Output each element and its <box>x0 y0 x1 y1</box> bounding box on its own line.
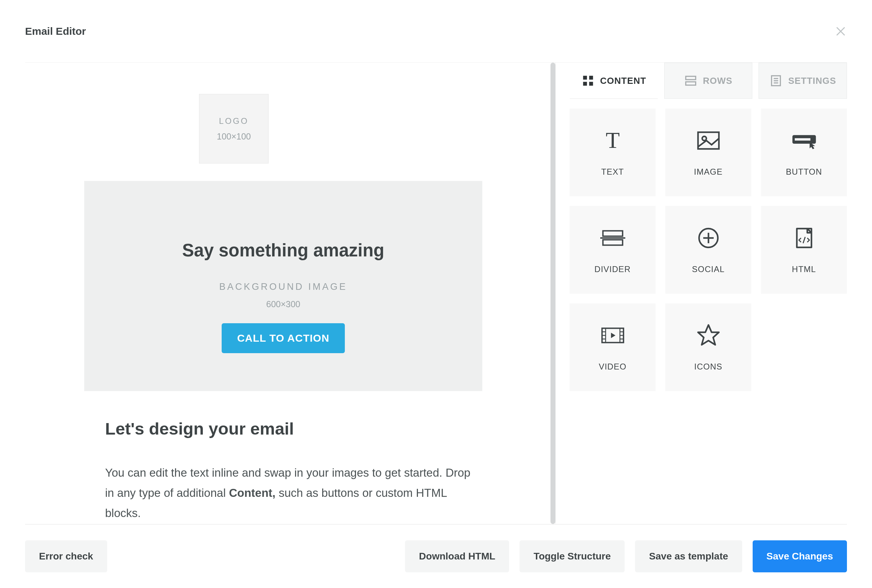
svg-point-12 <box>702 136 706 141</box>
hero-headline[interactable]: Say something amazing <box>182 240 384 261</box>
canvas-scrollbar[interactable] <box>551 63 555 524</box>
svg-line-21 <box>803 237 805 243</box>
svg-rect-4 <box>686 76 696 80</box>
svg-marker-32 <box>698 325 719 345</box>
video-icon <box>600 323 625 348</box>
logo-placeholder[interactable]: LOGO 100×100 <box>199 94 269 164</box>
block-image[interactable]: IMAGE <box>665 108 751 196</box>
block-divider[interactable]: DIVIDER <box>570 206 656 294</box>
tab-settings[interactable]: SETTINGS <box>759 63 847 99</box>
block-html-label: HTML <box>792 264 816 274</box>
download-html-button[interactable]: Download HTML <box>405 540 509 572</box>
block-social[interactable]: SOCIAL <box>665 206 751 294</box>
save-template-button[interactable]: Save as template <box>635 540 742 572</box>
tab-rows-label: ROWS <box>703 75 732 86</box>
section-heading[interactable]: Let's design your email <box>105 419 482 438</box>
cta-button[interactable]: CALL TO ACTION <box>222 323 344 353</box>
block-icons[interactable]: ICONS <box>665 303 751 391</box>
sidebar-tabs: CONTENT ROWS SETTINGS <box>570 63 847 99</box>
button-icon <box>792 128 816 153</box>
svg-rect-5 <box>686 82 696 85</box>
tab-settings-label: SETTINGS <box>788 75 836 86</box>
body-bold: Content, <box>229 486 276 499</box>
grid-icon <box>581 74 595 87</box>
app-title: Email Editor <box>25 26 86 37</box>
sidebar: CONTENT ROWS SETTINGS T TEXT <box>555 63 847 524</box>
text-icon: T <box>600 128 625 153</box>
hero-dimensions: 600×300 <box>266 299 300 309</box>
footer: Error check Download HTML Toggle Structu… <box>25 524 847 588</box>
section-body[interactable]: You can edit the text inline and swap in… <box>105 463 481 523</box>
hero-block[interactable]: Say something amazing BACKGROUND IMAGE 6… <box>84 181 482 391</box>
block-video[interactable]: VIDEO <box>570 303 656 391</box>
svg-text:T: T <box>605 128 619 153</box>
block-text-label: TEXT <box>601 167 624 177</box>
logo-label: LOGO <box>219 116 248 126</box>
svg-rect-1 <box>589 76 593 80</box>
header: Email Editor <box>25 0 847 63</box>
block-icons-label: ICONS <box>694 362 722 372</box>
logo-dimensions: 100×100 <box>217 132 251 142</box>
svg-rect-0 <box>583 76 587 80</box>
toggle-structure-button[interactable]: Toggle Structure <box>519 540 624 572</box>
close-button[interactable] <box>834 25 847 38</box>
svg-rect-16 <box>603 240 623 245</box>
svg-rect-2 <box>583 82 587 86</box>
block-image-label: IMAGE <box>694 167 722 177</box>
svg-marker-31 <box>611 333 615 338</box>
image-icon <box>696 128 721 153</box>
hero-bg-label: BACKGROUND IMAGE <box>219 282 347 292</box>
svg-rect-15 <box>603 231 623 236</box>
block-button-label: BUTTON <box>786 167 822 177</box>
error-check-button[interactable]: Error check <box>25 540 107 572</box>
svg-rect-3 <box>589 82 593 86</box>
close-icon <box>834 25 847 38</box>
block-text[interactable]: T TEXT <box>570 108 656 196</box>
tab-content[interactable]: CONTENT <box>570 63 658 99</box>
block-html[interactable]: HTML <box>761 206 847 294</box>
block-video-label: VIDEO <box>599 362 627 372</box>
email-canvas[interactable]: LOGO 100×100 Say something amazing BACKG… <box>25 63 555 524</box>
divider-icon <box>600 225 625 250</box>
tab-content-label: CONTENT <box>600 75 647 86</box>
html-icon <box>792 225 816 250</box>
svg-rect-14 <box>795 138 810 141</box>
content-blocks: T TEXT IMAGE BUTTON DIVIDER SO <box>570 99 847 391</box>
social-icon <box>696 225 721 250</box>
tab-rows[interactable]: ROWS <box>664 63 753 99</box>
save-changes-button[interactable]: Save Changes <box>753 540 847 572</box>
page-icon <box>769 74 783 87</box>
block-divider-label: DIVIDER <box>594 264 630 274</box>
block-button[interactable]: BUTTON <box>761 108 847 196</box>
block-social-label: SOCIAL <box>692 264 725 274</box>
star-icon <box>696 323 721 348</box>
rows-icon <box>684 74 697 87</box>
